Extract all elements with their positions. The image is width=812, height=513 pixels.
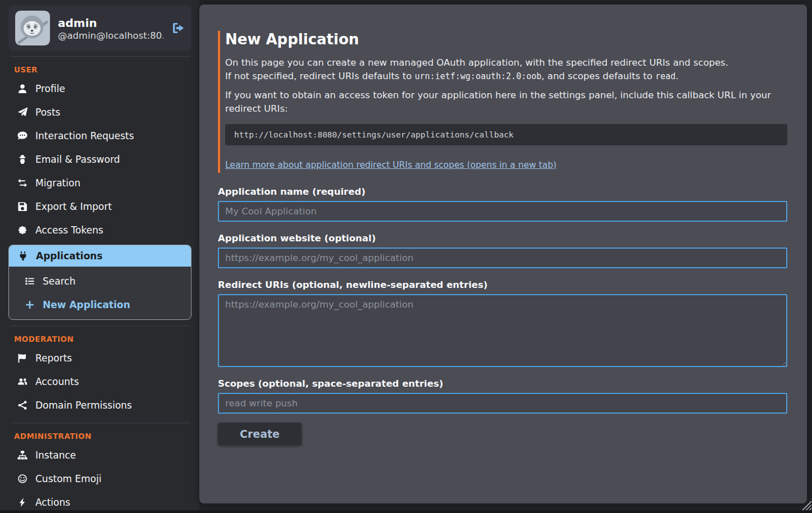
exchange-icon [17,178,28,188]
sidebar-nav: USERProfilePostsInteraction RequestsEmai… [0,56,199,513]
sidebar-item-actions[interactable]: Actions [0,491,199,513]
sidebar-item-custom-emoji[interactable]: Custom Emoji [0,467,199,491]
redirect-uris-textarea[interactable] [218,294,787,367]
sidebar-item-label: Posts [35,107,60,118]
user-name: admin [58,16,163,30]
sidebar-item-label: Accounts [35,376,79,387]
certificate-icon [17,225,28,235]
scopes-input[interactable] [218,393,787,414]
share-nodes-icon [17,400,28,410]
section-header-user: USER [0,57,199,77]
sidebar-item-email-password[interactable]: Email & Password [0,148,199,171]
section-header-administration: ADMINISTRATION [0,423,199,443]
oob-code: urn:ietf:wg:oauth:2.0:oob [415,71,542,81]
sidebar-item-search[interactable]: Search [9,269,191,293]
create-button[interactable]: Create [218,423,302,445]
intro-paragraph-1: On this page you can create a new manage… [225,56,787,83]
sitemap-icon [17,450,28,460]
sidebar-item-label: Email & Password [35,154,120,165]
sidebar-item-label: Migration [35,177,80,189]
sidebar-item-accounts[interactable]: Accounts [0,370,199,393]
sign-out-icon[interactable] [171,21,185,35]
application-name-label: Application name (required) [218,186,787,197]
comment-dots-icon [17,131,28,141]
sidebar-item-instance[interactable]: Instance [0,443,199,467]
scopes-label: Scopes (optional, space-separated entrie… [218,378,787,389]
sidebar-item-label: Applications [36,250,103,262]
application-website-label: Application website (optional) [218,233,787,244]
sidebar-item-label: New Application [43,299,130,310]
plus-icon [24,300,35,310]
paper-plane-icon [17,107,28,117]
list-icon [24,276,35,286]
sidebar-item-label: Access Tokens [35,225,103,236]
sidebar-item-label: Search [43,276,75,287]
user-meta: admin @admin@localhost:80... [58,16,163,41]
application-website-input[interactable] [218,248,787,268]
intro-paragraph-2: If you want to obtain an access token fo… [225,89,787,116]
sidebar-item-profile[interactable]: Profile [0,77,199,100]
read-code: read [655,71,676,81]
user-secret-icon [17,154,28,164]
floppy-disk-icon [17,201,28,212]
sidebar-item-label: Profile [35,83,65,94]
sidebar-item-interaction-requests[interactable]: Interaction Requests [0,124,199,148]
sidebar-group-applications: ApplicationsSearchNew Application [8,245,191,320]
sidebar-subnav: SearchNew Application [9,267,191,319]
sidebar-item-label: Actions [35,497,70,508]
bolt-icon [17,497,28,507]
sidebar: admin @admin@localhost:80... USERProfile… [0,0,199,513]
sidebar-item-access-tokens[interactable]: Access Tokens [0,218,199,242]
sidebar-item-reports[interactable]: Reports [0,346,199,370]
sidebar-item-label: Interaction Requests [35,130,134,141]
smile-icon [17,474,28,484]
sidebar-item-label: Custom Emoji [35,473,102,484]
users-icon [17,377,28,387]
section-header-moderation: MODERATION [0,326,199,346]
new-application-form: Application name (required) Application … [218,186,787,445]
sidebar-item-migration[interactable]: Migration [0,171,199,195]
plug-icon [17,251,29,261]
avatar [15,11,50,45]
redirect-uris-label: Redirect URIs (optional, newline-separat… [218,280,787,290]
user-handle: @admin@localhost:80... [58,30,163,41]
sidebar-item-applications[interactable]: Applications [9,245,191,267]
sidebar-item-new-application[interactable]: New Application [9,293,191,317]
sidebar-item-domain-permissions[interactable]: Domain Permissions [0,393,199,417]
window-bottom-edge [0,510,812,513]
user-icon [17,84,28,94]
learn-more-link[interactable]: Learn more about application redirect UR… [225,160,556,170]
user-card[interactable]: admin @admin@localhost:80... [8,6,191,51]
main-panel: New Application On this page you can cre… [199,4,807,503]
sidebar-item-label: Instance [35,450,76,461]
sidebar-item-posts[interactable]: Posts [0,100,199,124]
sidebar-item-label: Domain Permissions [35,400,132,411]
sidebar-item-label: Reports [35,352,72,364]
sidebar-item-export-import[interactable]: Export & Import [0,195,199,218]
intro-block: New Application On this page you can cre… [218,31,787,173]
application-name-input[interactable] [218,201,787,222]
sidebar-item-label: Export & Import [35,201,112,212]
page-title: New Application [225,31,787,48]
flag-icon [17,353,28,363]
callback-url: http://localhost:8080/settings/user/appl… [225,124,787,145]
